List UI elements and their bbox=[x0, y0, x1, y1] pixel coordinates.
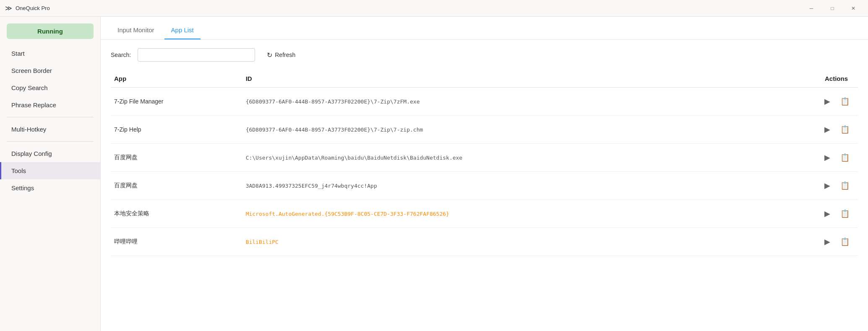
sidebar-item-start[interactable]: Start bbox=[0, 45, 100, 62]
app-table: App ID Actions 7-Zip File Manager{6D8093… bbox=[111, 70, 858, 256]
action-buttons: ▶📋 bbox=[771, 179, 851, 192]
search-label: Search: bbox=[111, 52, 131, 58]
tabs: Input MonitorApp List bbox=[101, 17, 868, 40]
table-cell-actions: ▶📋 bbox=[767, 144, 858, 172]
title-bar: ≫ OneQuick Pro ─ □ ✕ bbox=[0, 0, 868, 17]
action-buttons: ▶📋 bbox=[771, 151, 851, 164]
table-row: 百度网盘C:\Users\xujin\AppData\Roaming\baidu… bbox=[111, 144, 858, 172]
table-cell-app: 哔哩哔哩 bbox=[111, 228, 242, 256]
app-title: OneQuick Pro bbox=[16, 5, 50, 11]
sidebar-divider bbox=[7, 117, 94, 117]
play-button[interactable]: ▶ bbox=[823, 123, 832, 136]
copy-button[interactable]: 📋 bbox=[839, 207, 851, 220]
refresh-label: Refresh bbox=[275, 52, 295, 58]
table-cell-actions: ▶📋 bbox=[767, 200, 858, 228]
play-button[interactable]: ▶ bbox=[823, 179, 832, 192]
sidebar-divider bbox=[7, 141, 94, 142]
copy-button[interactable]: 📋 bbox=[839, 123, 851, 136]
running-button[interactable]: Running bbox=[7, 23, 94, 39]
main-layout: Running StartScreen BorderCopy SearchPhr… bbox=[0, 17, 868, 331]
copy-button[interactable]: 📋 bbox=[839, 179, 851, 192]
copy-button[interactable]: 📋 bbox=[839, 95, 851, 108]
col-header-app: App bbox=[111, 70, 242, 88]
close-button[interactable]: ✕ bbox=[844, 2, 863, 15]
action-buttons: ▶📋 bbox=[771, 207, 851, 220]
tab-input-monitor[interactable]: Input Monitor bbox=[111, 23, 161, 39]
table-cell-id: BiliBiliPC bbox=[242, 228, 767, 256]
sidebar: Running StartScreen BorderCopy SearchPhr… bbox=[0, 17, 101, 331]
table-cell-id: 3AD8A913.49937325EFC59_j4r74wbqry4cc!App bbox=[242, 172, 767, 200]
sidebar-item-copy-search[interactable]: Copy Search bbox=[0, 79, 100, 96]
search-bar: Search: ↻ Refresh bbox=[101, 40, 868, 70]
play-button[interactable]: ▶ bbox=[823, 235, 832, 248]
play-button[interactable]: ▶ bbox=[823, 207, 832, 220]
table-row: 本地安全策略Microsoft.AutoGenerated.{59C53B9F-… bbox=[111, 200, 858, 228]
table-cell-actions: ▶📋 bbox=[767, 88, 858, 116]
table-cell-app: 百度网盘 bbox=[111, 172, 242, 200]
minimize-button[interactable]: ─ bbox=[802, 2, 821, 15]
copy-button[interactable]: 📋 bbox=[839, 235, 851, 248]
table-cell-id: C:\Users\xujin\AppData\Roaming\baidu\Bai… bbox=[242, 144, 767, 172]
sidebar-item-display-config[interactable]: Display Config bbox=[0, 145, 100, 162]
col-header-id: ID bbox=[242, 70, 767, 88]
maximize-button[interactable]: □ bbox=[823, 2, 842, 15]
action-buttons: ▶📋 bbox=[771, 95, 851, 108]
play-button[interactable]: ▶ bbox=[823, 151, 832, 164]
app-logo-icon: ≫ bbox=[5, 4, 12, 12]
table-cell-app: 7-Zip File Manager bbox=[111, 88, 242, 116]
sidebar-item-screen-border[interactable]: Screen Border bbox=[0, 62, 100, 79]
tab-app-list[interactable]: App List bbox=[164, 23, 201, 39]
table-cell-actions: ▶📋 bbox=[767, 172, 858, 200]
refresh-button[interactable]: ↻ Refresh bbox=[262, 49, 300, 62]
refresh-icon: ↻ bbox=[267, 51, 272, 59]
table-cell-app: 本地安全策略 bbox=[111, 200, 242, 228]
table-row: 哔哩哔哩BiliBiliPC▶📋 bbox=[111, 228, 858, 256]
sidebar-item-multi-hotkey[interactable]: Multi-Hotkey bbox=[0, 121, 100, 138]
play-button[interactable]: ▶ bbox=[823, 95, 832, 108]
title-bar-controls: ─ □ ✕ bbox=[802, 2, 863, 15]
table-container: App ID Actions 7-Zip File Manager{6D8093… bbox=[101, 70, 868, 331]
action-buttons: ▶📋 bbox=[771, 123, 851, 136]
table-row: 7-Zip Help{6D809377-6AF0-444B-8957-A3773… bbox=[111, 116, 858, 144]
table-cell-id: {6D809377-6AF0-444B-8957-A3773F02200E}\7… bbox=[242, 116, 767, 144]
action-buttons: ▶📋 bbox=[771, 235, 851, 248]
table-row: 7-Zip File Manager{6D809377-6AF0-444B-89… bbox=[111, 88, 858, 116]
title-bar-left: ≫ OneQuick Pro bbox=[5, 4, 50, 12]
table-cell-id: {6D809377-6AF0-444B-8957-A3773F02200E}\7… bbox=[242, 88, 767, 116]
sidebar-item-tools[interactable]: Tools bbox=[0, 162, 100, 179]
search-input[interactable] bbox=[138, 48, 255, 62]
table-cell-id: Microsoft.AutoGenerated.{59C53B9F-8C05-C… bbox=[242, 200, 767, 228]
table-header-row: App ID Actions bbox=[111, 70, 858, 88]
copy-button[interactable]: 📋 bbox=[839, 151, 851, 164]
table-row: 百度网盘3AD8A913.49937325EFC59_j4r74wbqry4cc… bbox=[111, 172, 858, 200]
table-cell-app: 百度网盘 bbox=[111, 144, 242, 172]
content-area: Input MonitorApp List Search: ↻ Refresh … bbox=[101, 17, 868, 331]
table-cell-actions: ▶📋 bbox=[767, 116, 858, 144]
col-header-actions: Actions bbox=[767, 70, 858, 88]
sidebar-item-settings[interactable]: Settings bbox=[0, 179, 100, 197]
sidebar-item-phrase-replace[interactable]: Phrase Replace bbox=[0, 96, 100, 114]
table-cell-app: 7-Zip Help bbox=[111, 116, 242, 144]
table-cell-actions: ▶📋 bbox=[767, 228, 858, 256]
